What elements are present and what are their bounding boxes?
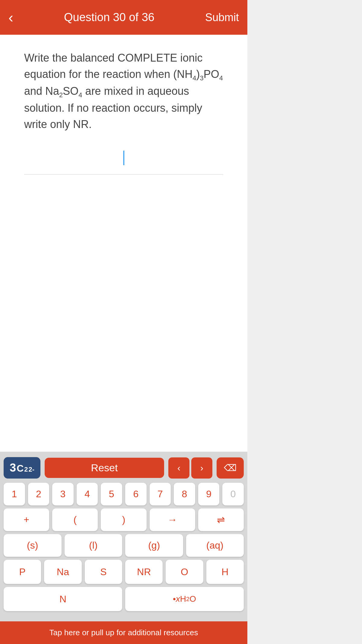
key-H[interactable]: H: [206, 560, 244, 584]
header: ‹ Question 30 of 36 Submit: [0, 0, 247, 35]
key-3[interactable]: 3: [52, 483, 74, 505]
element-row: P Na S NR O H: [4, 560, 244, 584]
key-8[interactable]: 8: [174, 483, 195, 505]
key-7[interactable]: 7: [150, 483, 171, 505]
keyboard-top-row: 3C22- Reset ‹ › ⌫: [4, 457, 244, 479]
question-text: Write the balanced COMPLETE ionic equati…: [24, 50, 223, 133]
key-N[interactable]: N: [4, 587, 122, 611]
answer-underline: [24, 174, 223, 175]
key-6[interactable]: 6: [125, 483, 147, 505]
key-0[interactable]: 0: [222, 483, 244, 505]
question-progress: Question 30 of 36: [64, 11, 154, 24]
special-row: N • x H2O: [4, 587, 244, 611]
operator-row: + ( ) → ⇌: [4, 508, 244, 531]
key-2[interactable]: 2: [28, 483, 49, 505]
key-NR[interactable]: NR: [125, 560, 163, 584]
key-9[interactable]: 9: [198, 483, 220, 505]
key-water[interactable]: • x H2O: [125, 587, 244, 611]
submit-button[interactable]: Submit: [205, 11, 239, 24]
answer-input-area[interactable]: [24, 145, 223, 178]
key-close-paren[interactable]: ): [101, 508, 146, 531]
key-solid[interactable]: (s): [4, 534, 62, 557]
backspace-button[interactable]: ⌫: [217, 457, 244, 479]
key-4[interactable]: 4: [77, 483, 98, 505]
key-plus[interactable]: +: [4, 508, 49, 531]
template-button[interactable]: 3C22-: [4, 457, 40, 479]
number-row: 1 2 3 4 5 6 7 8 9 0: [4, 483, 244, 505]
state-row: (s) (l) (g) (aq): [4, 534, 244, 557]
key-liquid[interactable]: (l): [65, 534, 122, 557]
key-P[interactable]: P: [4, 560, 41, 584]
key-aqueous[interactable]: (aq): [186, 534, 244, 557]
arrow-group: ‹ ›: [168, 457, 212, 479]
right-arrow-button[interactable]: ›: [191, 457, 212, 479]
key-O[interactable]: O: [166, 560, 203, 584]
key-Na[interactable]: Na: [44, 560, 81, 584]
key-arrow[interactable]: →: [150, 508, 195, 531]
key-open-paren[interactable]: (: [52, 508, 98, 531]
key-gas[interactable]: (g): [125, 534, 183, 557]
keyboard: 3C22- Reset ‹ › ⌫ 1 2 3 4 5 6 7 8 9 0 + …: [0, 452, 247, 621]
reset-button[interactable]: Reset: [45, 458, 164, 478]
key-5[interactable]: 5: [101, 483, 122, 505]
key-1[interactable]: 1: [4, 483, 25, 505]
left-arrow-button[interactable]: ‹: [168, 457, 189, 479]
footer-resources[interactable]: Tap here or pull up for additional resou…: [0, 621, 247, 644]
key-S[interactable]: S: [85, 560, 122, 584]
text-cursor: [123, 151, 124, 165]
back-button[interactable]: ‹: [8, 9, 13, 26]
key-equilibrium[interactable]: ⇌: [198, 508, 244, 531]
question-area: Write the balanced COMPLETE ionic equati…: [0, 35, 247, 452]
